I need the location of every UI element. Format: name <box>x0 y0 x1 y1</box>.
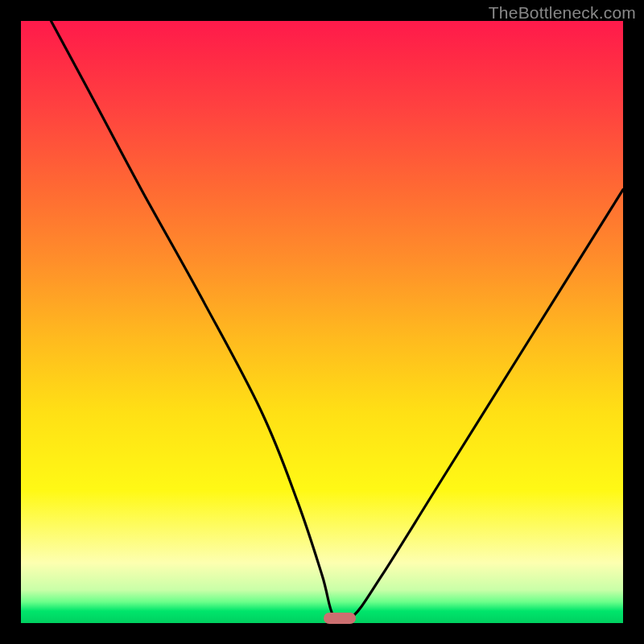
bottleneck-curve <box>21 21 623 623</box>
plot-area <box>21 21 623 623</box>
watermark-text: TheBottleneck.com <box>489 3 636 23</box>
optimal-marker <box>324 613 356 624</box>
curve-path <box>51 21 623 623</box>
chart-frame: TheBottleneck.com <box>0 0 644 644</box>
